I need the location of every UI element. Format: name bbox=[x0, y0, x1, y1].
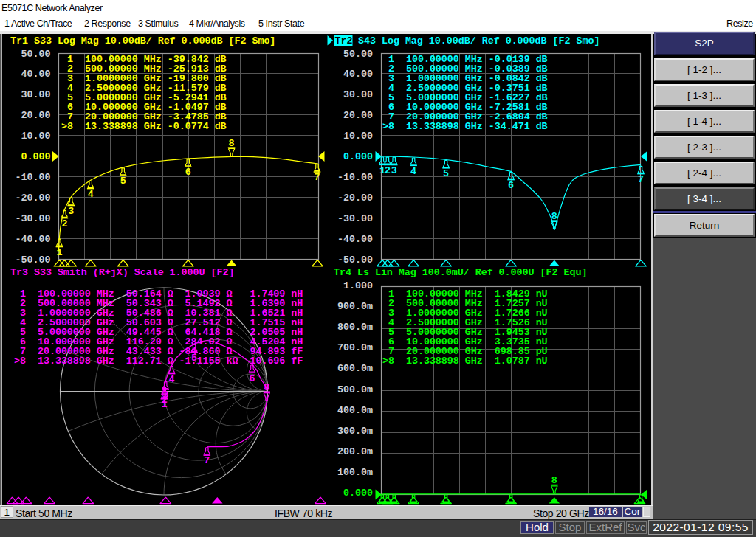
svg-text:>8 13.338898 GHz 112.71 Ω -1: >8 13.338898 GHz 112.71 Ω -1.1155 kΩ 10.… bbox=[14, 356, 303, 367]
svg-text:>8 13.338898 GHz -0.0774 dB: >8 13.338898 GHz -0.0774 dB bbox=[61, 121, 227, 132]
svg-text:-20.00: -20.00 bbox=[337, 193, 373, 204]
svg-text:30.00: 30.00 bbox=[343, 89, 373, 100]
svg-text:0.000: 0.000 bbox=[343, 488, 373, 499]
svg-text:-10.00: -10.00 bbox=[337, 172, 373, 183]
svg-text:900.0m: 900.0m bbox=[337, 301, 373, 312]
svg-text:3: 3 bbox=[162, 389, 168, 401]
svg-text:S43 Log Mag 10.00dB/ Ref 0.000: S43 Log Mag 10.00dB/ Ref 0.000dB [F2 Smo… bbox=[358, 35, 599, 46]
svg-text:8: 8 bbox=[264, 382, 269, 393]
svg-text:-40.00: -40.00 bbox=[16, 234, 51, 245]
svg-text:7: 7 bbox=[638, 174, 644, 185]
svg-text:>8 13.338898 GHz 1.0787 nU: >8 13.338898 GHz 1.0787 nU bbox=[382, 356, 548, 367]
svg-text:400.0m: 400.0m bbox=[337, 405, 373, 416]
svg-text:700.0m: 700.0m bbox=[337, 342, 373, 353]
svg-text:500.0m: 500.0m bbox=[337, 384, 373, 395]
svg-text:Tr3 S33 Smith (R+jX) Scale 1.0: Tr3 S33 Smith (R+jX) Scale 1.000U [F2] bbox=[10, 267, 234, 278]
svg-text:6: 6 bbox=[508, 180, 514, 191]
svg-text:-50.00: -50.00 bbox=[337, 254, 373, 266]
svg-text:-50.00: -50.00 bbox=[16, 254, 51, 266]
svg-text:5: 5 bbox=[443, 168, 449, 179]
svg-text:0.000: 0.000 bbox=[343, 151, 373, 162]
svg-text:7: 7 bbox=[315, 172, 320, 183]
svg-text:2: 2 bbox=[385, 165, 391, 176]
svg-text:3: 3 bbox=[391, 165, 397, 176]
svg-text:50.00: 50.00 bbox=[21, 49, 51, 60]
svg-text:4: 4 bbox=[410, 166, 416, 177]
svg-text:7: 7 bbox=[204, 455, 210, 466]
svg-text:0.000: 0.000 bbox=[21, 151, 51, 162]
svg-text:1.000: 1.000 bbox=[343, 280, 373, 291]
svg-text:-10.00: -10.00 bbox=[16, 172, 51, 183]
svg-text:4: 4 bbox=[169, 374, 175, 385]
svg-text:-30.00: -30.00 bbox=[16, 213, 51, 224]
svg-text:200.0m: 200.0m bbox=[337, 446, 373, 457]
svg-text:8: 8 bbox=[551, 475, 557, 486]
svg-text:Tr4 Ls Lin Mag 100.0mU/ Ref 0.: Tr4 Ls Lin Mag 100.0mU/ Ref 0.000U [F2 E… bbox=[334, 267, 587, 278]
svg-text:8: 8 bbox=[229, 138, 235, 149]
svg-text:-20.00: -20.00 bbox=[16, 193, 51, 204]
svg-text:>8 13.338898 GHz -34.471 dB: >8 13.338898 GHz -34.471 dB bbox=[382, 121, 548, 132]
svg-text:40.00: 40.00 bbox=[21, 69, 51, 80]
svg-text:-40.00: -40.00 bbox=[337, 234, 373, 245]
svg-text:1: 1 bbox=[56, 247, 62, 258]
svg-text:2: 2 bbox=[61, 218, 67, 229]
svg-text:6: 6 bbox=[185, 167, 191, 178]
svg-text:-30.00: -30.00 bbox=[337, 213, 373, 224]
svg-text:8: 8 bbox=[551, 211, 557, 222]
svg-text:40.00: 40.00 bbox=[343, 69, 373, 80]
svg-text:30.00: 30.00 bbox=[21, 89, 51, 100]
svg-text:50.00: 50.00 bbox=[343, 49, 373, 60]
svg-text:300.0m: 300.0m bbox=[337, 426, 373, 437]
svg-text:100.0m: 100.0m bbox=[337, 467, 373, 478]
svg-text:10.00: 10.00 bbox=[343, 131, 373, 142]
svg-text:20.00: 20.00 bbox=[21, 110, 51, 121]
svg-text:20.00: 20.00 bbox=[343, 110, 373, 121]
svg-text:Tr1 S33 Log Mag 10.00dB/ Ref 0: Tr1 S33 Log Mag 10.00dB/ Ref 0.000dB [F2… bbox=[10, 35, 275, 46]
svg-text:5: 5 bbox=[120, 176, 126, 187]
svg-text:800.0m: 800.0m bbox=[337, 322, 373, 333]
svg-text:10.00: 10.00 bbox=[21, 131, 51, 142]
svg-text:4: 4 bbox=[88, 189, 94, 200]
svg-text:3: 3 bbox=[68, 206, 74, 217]
svg-text:Tr2: Tr2 bbox=[335, 35, 353, 46]
svg-text:6: 6 bbox=[249, 373, 255, 384]
svg-text:600.0m: 600.0m bbox=[337, 363, 373, 374]
